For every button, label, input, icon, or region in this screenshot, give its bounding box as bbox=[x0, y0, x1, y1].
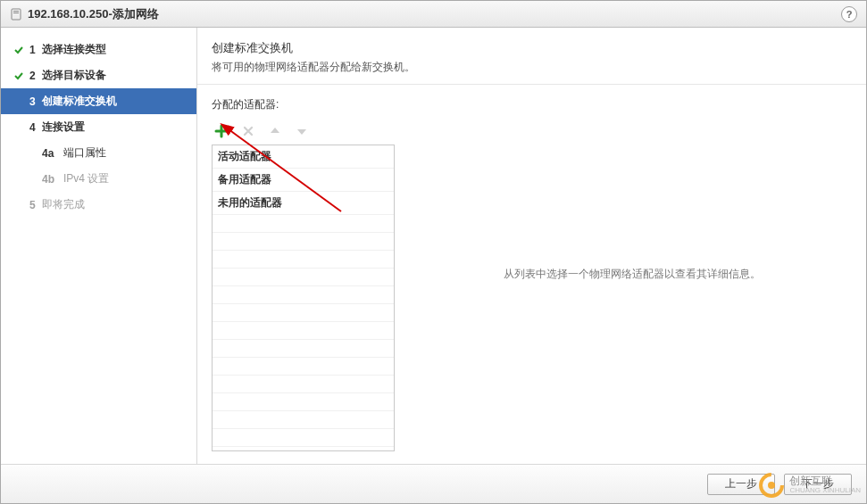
step-number: 4b bbox=[42, 173, 58, 186]
check-icon bbox=[12, 70, 26, 81]
step-port-properties[interactable]: 4a 端口属性 bbox=[1, 140, 196, 166]
svg-rect-1 bbox=[13, 11, 19, 12]
list-item bbox=[213, 393, 394, 411]
help-button[interactable]: ? bbox=[841, 6, 857, 22]
step-label: 即将完成 bbox=[42, 197, 85, 212]
step-number: 2 bbox=[29, 70, 37, 82]
assigned-adapters-label: 分配的适配器: bbox=[212, 97, 395, 112]
list-item bbox=[213, 322, 394, 340]
adapter-listbox[interactable]: 活动适配器 备用适配器 未用的适配器 bbox=[212, 145, 395, 451]
content-body: 分配的适配器: bbox=[197, 85, 866, 464]
dialog-title-host: 192.168.10.250 bbox=[28, 7, 108, 21]
step-ready-to-complete[interactable]: 5 即将完成 bbox=[1, 192, 196, 218]
step-connection-settings[interactable]: 4 连接设置 bbox=[1, 114, 196, 140]
list-item bbox=[213, 411, 394, 429]
list-item bbox=[213, 251, 394, 269]
list-item bbox=[213, 429, 394, 447]
page-subtitle: 将可用的物理网络适配器分配给新交换机。 bbox=[212, 60, 852, 75]
dialog-title-label: 添加网络 bbox=[113, 6, 159, 22]
list-item bbox=[213, 340, 394, 358]
check-icon bbox=[12, 45, 26, 55]
content-header: 创建标准交换机 将可用的物理网络适配器分配给新交换机。 bbox=[197, 28, 866, 85]
svg-rect-0 bbox=[12, 9, 21, 20]
host-icon bbox=[10, 8, 22, 21]
list-group-unused[interactable]: 未用的适配器 bbox=[213, 192, 394, 215]
adapter-detail-panel: 从列表中选择一个物理网络适配器以查看其详细信息。 bbox=[395, 97, 852, 451]
list-group-active[interactable]: 活动适配器 bbox=[213, 145, 394, 169]
step-number: 1 bbox=[29, 44, 37, 56]
add-adapter-button[interactable] bbox=[213, 123, 229, 139]
step-label: IPv4 设置 bbox=[63, 171, 109, 186]
move-up-button[interactable] bbox=[267, 123, 283, 139]
list-item bbox=[213, 215, 394, 233]
step-label: 连接设置 bbox=[42, 120, 85, 135]
detail-placeholder-text: 从列表中选择一个物理网络适配器以查看其详细信息。 bbox=[504, 267, 761, 282]
svg-rect-2 bbox=[13, 12, 19, 13]
wizard-sidebar: 1 选择连接类型 2 选择目标设备 3 创建标准交换机 4 连接设置 4a 端口… bbox=[1, 28, 197, 464]
list-item bbox=[213, 376, 394, 393]
adapter-toolbar bbox=[212, 121, 395, 145]
step-connection-type[interactable]: 1 选择连接类型 bbox=[1, 37, 196, 62]
step-target-device[interactable]: 2 选择目标设备 bbox=[1, 62, 196, 88]
remove-adapter-button[interactable] bbox=[240, 123, 256, 139]
step-label: 端口属性 bbox=[63, 145, 106, 161]
dialog-body: 1 选择连接类型 2 选择目标设备 3 创建标准交换机 4 连接设置 4a 端口… bbox=[1, 28, 866, 464]
wizard-content: 创建标准交换机 将可用的物理网络适配器分配给新交换机。 分配的适配器: bbox=[197, 28, 866, 464]
move-down-button[interactable] bbox=[294, 123, 310, 139]
dialog-footer: 上一步 下一步 bbox=[1, 464, 866, 503]
step-number: 4a bbox=[42, 147, 58, 160]
list-group-standby[interactable]: 备用适配器 bbox=[213, 169, 394, 192]
step-number: 4 bbox=[29, 121, 37, 134]
step-label: 创建标准交换机 bbox=[42, 94, 117, 109]
page-title: 创建标准交换机 bbox=[212, 40, 852, 56]
back-button[interactable]: 上一步 bbox=[707, 474, 775, 495]
list-item bbox=[213, 358, 394, 376]
step-ipv4-settings[interactable]: 4b IPv4 设置 bbox=[1, 166, 196, 192]
next-button[interactable]: 下一步 bbox=[784, 474, 852, 495]
list-item bbox=[213, 286, 394, 304]
list-item bbox=[213, 233, 394, 251]
step-create-vswitch[interactable]: 3 创建标准交换机 bbox=[1, 88, 196, 114]
step-number: 5 bbox=[29, 199, 37, 211]
list-item bbox=[213, 304, 394, 322]
step-number: 3 bbox=[29, 95, 37, 108]
step-label: 选择连接类型 bbox=[42, 42, 106, 57]
step-label: 选择目标设备 bbox=[42, 68, 106, 83]
add-network-dialog: 192.168.10.250 - 添加网络 ? 1 选择连接类型 2 选择目标设… bbox=[0, 0, 867, 504]
list-item bbox=[213, 269, 394, 286]
assigned-adapters-panel: 分配的适配器: bbox=[212, 97, 395, 451]
dialog-titlebar: 192.168.10.250 - 添加网络 ? bbox=[1, 1, 866, 28]
